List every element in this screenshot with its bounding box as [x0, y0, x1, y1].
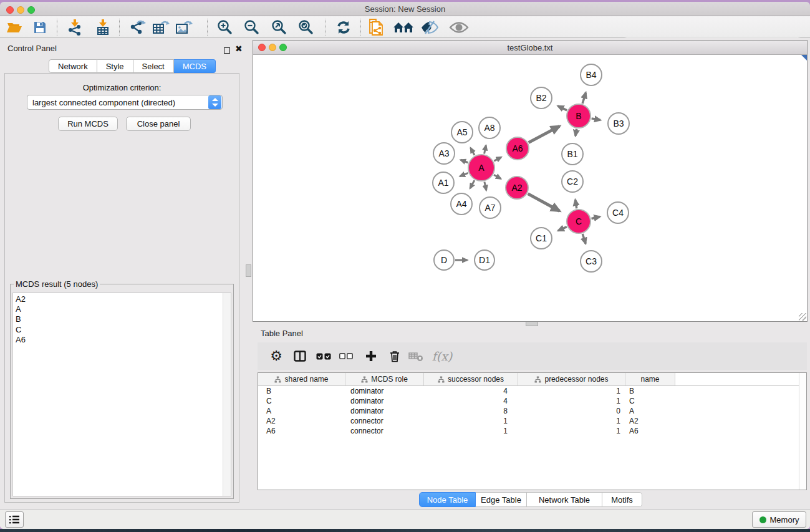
mcds-result-item[interactable]: A2 [16, 294, 231, 304]
edge-A-A5[interactable] [471, 148, 475, 155]
node-A[interactable]: A [468, 154, 495, 181]
table-cell[interactable]: 8 [424, 406, 518, 416]
refresh-button[interactable] [333, 17, 354, 37]
column-view-button[interactable] [290, 347, 310, 365]
tab-node-table[interactable]: Node Table [419, 492, 476, 507]
zoom-selected-button[interactable] [296, 17, 317, 37]
table-cell[interactable]: C [625, 396, 675, 406]
zoom-in-button[interactable] [215, 17, 236, 37]
zoom-out-button[interactable] [241, 17, 263, 37]
import-network-button[interactable] [64, 17, 85, 37]
memory-button[interactable]: Memory [752, 511, 806, 528]
node-C4[interactable]: C4 [607, 201, 629, 224]
table-cell[interactable]: dominator [345, 406, 424, 416]
table-cell[interactable]: 1 [424, 416, 518, 426]
export-image-button[interactable] [173, 17, 195, 37]
function-builder-button[interactable]: f(x) [428, 347, 456, 365]
column-header-predecessor-nodes[interactable]: predecessor nodes [518, 373, 625, 385]
column-header-shared-name[interactable]: shared name [258, 373, 345, 385]
table-row[interactable]: Cdominator41C [258, 396, 806, 406]
tab-network[interactable]: Network [49, 59, 97, 73]
tab-motifs[interactable]: Motifs [602, 492, 642, 507]
table-cell[interactable]: 1 [518, 426, 625, 436]
edge-A-A1[interactable] [460, 173, 468, 176]
table-row[interactable]: A2connector11A2 [258, 416, 806, 426]
tab-select[interactable]: Select [133, 59, 174, 73]
table-cell[interactable]: C [258, 396, 345, 406]
mcds-result-item[interactable]: A [16, 304, 231, 314]
save-session-button[interactable] [29, 17, 51, 37]
tab-network-table[interactable]: Network Table [527, 492, 602, 507]
node-table[interactable]: shared nameMCDS rolesuccessor nodesprede… [258, 372, 807, 490]
table-cell[interactable]: A2 [258, 416, 345, 426]
table-cell[interactable]: A6 [625, 426, 675, 436]
node-D1[interactable]: D1 [474, 249, 495, 271]
table-scrollbar-track[interactable] [799, 373, 806, 490]
hide-graphics-details-button[interactable] [419, 17, 440, 37]
tab-style[interactable]: Style [97, 59, 133, 73]
table-cell[interactable]: 1 [424, 426, 518, 436]
scrollbar-track[interactable] [223, 293, 231, 496]
network-snapshot-button[interactable] [365, 17, 387, 37]
table-cell[interactable]: B [625, 386, 675, 396]
delete-table-button[interactable] [406, 347, 426, 365]
resize-grip[interactable] [799, 313, 806, 321]
node-C1[interactable]: C1 [530, 227, 552, 249]
node-A7[interactable]: A7 [479, 196, 501, 219]
close-panel-button[interactable]: Close panel [126, 117, 191, 131]
node-C[interactable]: C [566, 209, 591, 234]
node-B[interactable]: B [566, 104, 591, 128]
mcds-result-item[interactable]: B [16, 314, 231, 324]
node-C3[interactable]: C3 [580, 250, 602, 273]
node-B3[interactable]: B3 [607, 112, 630, 135]
edge-A-A3[interactable] [461, 160, 468, 163]
mcds-result-item[interactable]: C [16, 325, 231, 335]
edge-A-A4[interactable] [470, 180, 475, 188]
edge-A6-B[interactable] [529, 126, 559, 142]
table-cell[interactable]: 0 [518, 406, 625, 416]
edge-C-C4[interactable] [591, 216, 600, 218]
open-session-button[interactable] [4, 17, 25, 37]
import-table-button[interactable] [92, 17, 113, 37]
add-column-button[interactable] [361, 347, 381, 365]
homes-button[interactable] [393, 17, 414, 37]
edge-C-C3[interactable] [582, 234, 586, 244]
table-cell[interactable]: A [625, 406, 675, 416]
table-cell[interactable]: 1 [518, 416, 625, 426]
node-B4[interactable]: B4 [580, 64, 602, 86]
network-canvas[interactable]: B4B2BB3A5A8A6A3B1AC2A1A2A4A7C4CC1C3DD1 [253, 55, 807, 321]
edge-A-A8[interactable] [485, 145, 486, 153]
select-all-button[interactable] [314, 347, 334, 365]
tab-mcds[interactable]: MCDS [174, 59, 216, 73]
table-cell[interactable]: A6 [258, 426, 345, 436]
table-cell[interactable]: B [258, 386, 345, 396]
table-cell[interactable]: connector [345, 426, 424, 436]
node-A1[interactable]: A1 [432, 172, 455, 194]
table-row[interactable]: Bdominator41B [258, 386, 806, 396]
mcds-result-list[interactable]: A2ABCA6 [12, 293, 231, 496]
node-B1[interactable]: B1 [561, 143, 584, 165]
edge-A-A6[interactable] [494, 157, 501, 161]
export-network-button[interactable] [127, 17, 148, 37]
table-cell[interactable]: 1 [518, 386, 625, 396]
show-graphics-details-button[interactable] [448, 17, 470, 37]
column-header-name[interactable]: name [625, 373, 675, 385]
show-panels-button[interactable] [5, 511, 24, 528]
edge-B-B2[interactable] [558, 106, 567, 110]
export-table-button[interactable] [150, 17, 171, 37]
edge-A-A7[interactable] [485, 181, 486, 190]
mcds-result-item[interactable]: A6 [16, 335, 231, 345]
deselect-all-button[interactable] [336, 347, 356, 365]
table-cell[interactable]: A [258, 406, 345, 416]
run-mcds-button[interactable]: Run MCDS [58, 117, 118, 131]
table-row[interactable]: Adominator80A [258, 406, 806, 416]
network-window-titlebar[interactable]: testGlobe.txt [253, 41, 807, 55]
column-header-MCDS-role[interactable]: MCDS role [345, 373, 424, 385]
criterion-dropdown[interactable]: largest connected component (directed) [27, 95, 223, 110]
node-A3[interactable]: A3 [433, 142, 455, 165]
node-A4[interactable]: A4 [450, 193, 473, 215]
edge-C-C1[interactable] [558, 227, 567, 231]
edge-C-C2[interactable] [576, 200, 577, 208]
table-cell[interactable]: 1 [518, 396, 625, 406]
control-panel-close-button[interactable]: ✖ [235, 43, 243, 54]
